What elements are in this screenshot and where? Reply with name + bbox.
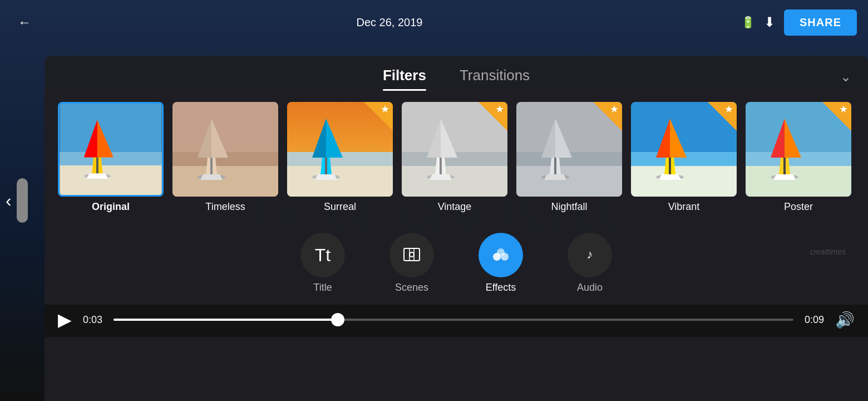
svg-marker-62 (773, 174, 796, 180)
top-bar: ← Dec 26, 2019 🔋 ⬇ SHARE (0, 0, 868, 45)
effects-icon-svg (490, 244, 511, 266)
tool-scenes[interactable]: Scenes (389, 233, 434, 294)
filter-thumb-timeless[interactable] (172, 102, 278, 197)
top-center: Dec 26, 2019 (357, 16, 423, 29)
svg-point-67 (410, 252, 414, 257)
filter-item-timeless[interactable]: Timeless (172, 102, 278, 213)
svg-marker-26 (315, 174, 337, 180)
tab-transitions[interactable]: Transitions (460, 67, 530, 91)
filter-thumb-poster[interactable] (746, 102, 851, 197)
battery-icon: 🔋 (741, 16, 755, 29)
filter-thumb-vintage[interactable] (402, 102, 507, 197)
progress-fill (114, 319, 338, 321)
svg-rect-55 (746, 163, 851, 197)
filter-item-surreal[interactable]: Surreal (287, 102, 393, 213)
scenes-icon-svg (402, 246, 421, 265)
svg-rect-28 (402, 163, 507, 197)
scenes-label: Scenes (395, 282, 428, 294)
premium-badge-nightfall (593, 102, 622, 131)
svg-marker-44 (544, 174, 566, 180)
filter-thumb-surreal[interactable] (287, 102, 393, 197)
effects-label: Effects (486, 282, 516, 294)
title-icon[interactable]: Tt (300, 233, 345, 277)
svg-rect-19 (287, 163, 393, 197)
filter-thumb-vibrant[interactable] (631, 102, 737, 197)
svg-rect-6 (96, 157, 98, 176)
filter-item-vibrant[interactable]: Vibrant (631, 102, 737, 213)
share-button[interactable]: SHARE (784, 9, 857, 36)
play-button[interactable]: ▶ (58, 309, 72, 330)
top-right-actions: 🔋 ⬇ SHARE (741, 9, 857, 36)
svg-rect-1 (60, 163, 161, 195)
filter-label-nightfall: Nightfall (551, 201, 587, 213)
svg-marker-35 (430, 174, 452, 180)
tool-audio[interactable]: ♪ Audio (568, 233, 612, 294)
premium-badge-poster (822, 102, 851, 131)
svg-rect-37 (516, 163, 622, 197)
filters-row: Original Timeless (45, 91, 868, 224)
audio-icon-svg: ♪ (580, 246, 599, 265)
audio-icon[interactable]: ♪ (568, 233, 612, 277)
svg-rect-10 (172, 163, 278, 197)
svg-rect-64 (404, 248, 420, 261)
chevron-down-icon[interactable]: ⌄ (840, 69, 851, 85)
svg-marker-17 (200, 174, 223, 180)
filter-label-surreal: Surreal (324, 201, 356, 213)
tabs-row: Filters Transitions ⌄ (45, 56, 868, 91)
svg-rect-42 (554, 158, 556, 177)
scroll-handle[interactable] (17, 178, 28, 223)
volume-button[interactable]: 🔊 (835, 311, 855, 329)
nav-arrow-left[interactable]: ‹ (6, 190, 12, 211)
filter-item-original[interactable]: Original (58, 102, 164, 213)
svg-rect-24 (325, 158, 327, 177)
filter-panel: Filters Transitions ⌄ O (45, 56, 868, 401)
download-button[interactable]: ⬇ (764, 14, 775, 30)
svg-rect-15 (210, 158, 213, 177)
filter-label-vintage: Vintage (438, 201, 472, 213)
effects-icon[interactable] (479, 233, 523, 277)
filter-label-original: Original (92, 201, 130, 213)
creattimes-watermark: creattimes (810, 247, 846, 256)
filter-item-poster[interactable]: Poster (746, 102, 851, 213)
svg-rect-51 (669, 158, 671, 177)
svg-marker-8 (87, 173, 108, 179)
bottom-toolbar: Tt Title Scenes (45, 224, 868, 305)
filter-item-vintage[interactable]: Vintage (402, 102, 507, 213)
progress-thumb[interactable] (331, 313, 344, 326)
svg-rect-60 (783, 158, 786, 177)
svg-point-70 (497, 248, 505, 256)
filter-label-poster: Poster (784, 201, 813, 213)
progress-bar-area: ▶ 0:03 0:09 🔊 (45, 305, 868, 337)
svg-rect-63 (404, 248, 420, 261)
svg-marker-53 (659, 174, 681, 180)
progress-track[interactable] (114, 319, 793, 321)
filter-label-vibrant: Vibrant (668, 201, 700, 213)
title-icon-text: Tt (315, 245, 331, 266)
tool-title[interactable]: Tt Title (300, 233, 345, 294)
tab-filters[interactable]: Filters (383, 67, 426, 91)
filter-label-timeless: Timeless (205, 201, 245, 213)
tool-effects[interactable]: Effects (479, 233, 523, 294)
svg-rect-33 (440, 158, 442, 177)
date-label: Dec 26, 2019 (357, 16, 423, 29)
title-label: Title (313, 282, 332, 294)
time-start: 0:03 (83, 314, 102, 326)
filter-thumb-original[interactable] (58, 102, 164, 197)
filter-thumb-nightfall[interactable] (516, 102, 622, 197)
audio-label: Audio (577, 282, 603, 294)
time-end: 0:09 (805, 314, 824, 326)
filter-item-nightfall[interactable]: Nightfall (516, 102, 622, 213)
premium-badge-surreal (364, 102, 393, 131)
premium-badge-vibrant (708, 102, 737, 131)
premium-badge-vintage (479, 102, 507, 131)
back-button[interactable]: ← (11, 9, 38, 36)
scenes-icon[interactable] (389, 233, 434, 277)
svg-rect-46 (631, 163, 737, 197)
svg-text:♪: ♪ (587, 247, 593, 261)
